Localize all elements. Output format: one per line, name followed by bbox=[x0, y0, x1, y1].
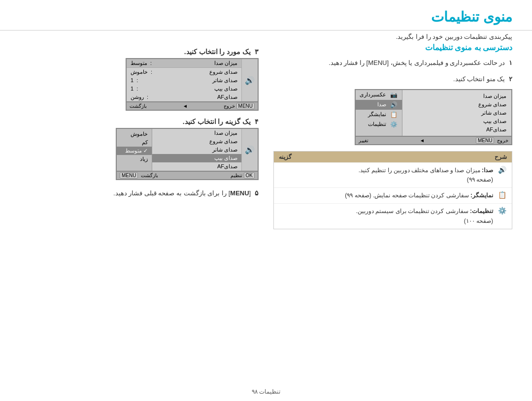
menu2-row: صدایAF: روشن bbox=[127, 93, 241, 101]
left-column: ۳ یک مورد را انتخاب کنید. 🔊 میزان صدا : … bbox=[20, 43, 259, 229]
menu-sidebar-item: صدای شاتر bbox=[402, 109, 511, 117]
main-menu-icons: 📷 عکسبرداری 🔊 صدا 📋 نمایشگر ⚙️ تنظیمات bbox=[356, 90, 402, 136]
menu2-footer-exit: MENU خروج bbox=[224, 103, 255, 109]
info-table-header: شرح گزینه bbox=[274, 152, 512, 162]
camera-icon: 📷 bbox=[389, 92, 398, 98]
menu2-row: صدای بیپ: 1 bbox=[127, 85, 241, 93]
settings-icon: ⚙️ bbox=[389, 121, 398, 128]
right-column: دسترسی به منوی تنظیمات ۱ در حالت عکسبردا… bbox=[273, 43, 512, 229]
menu2-icon-col: 🔊 bbox=[241, 59, 258, 101]
step-5-label: ۵ [MENU] را برای بازگشت به صفحه قبلی فشا… bbox=[20, 189, 259, 197]
menu-main-item-selected: 🔊 صدا bbox=[356, 100, 402, 110]
menu2-row: صدای شاتر: 1 bbox=[127, 76, 241, 85]
info-row-sound: 🔊 صدا: میزان صدا و صداهای مختلف دوربین ر… bbox=[274, 162, 512, 187]
menu-footer-change: تغییر bbox=[359, 138, 368, 143]
right-menu-area: میزان صدا صدای شروع صدای شاتر صدای بیپ ص… bbox=[273, 89, 512, 145]
menu3-footer-ok: OK تنظیم bbox=[231, 173, 255, 178]
menu3-option: زیاد bbox=[117, 155, 152, 163]
menu2-row: صدای شروع: خاموش bbox=[127, 68, 241, 76]
display-info-icon: 📋 bbox=[497, 191, 507, 199]
step-2-text: ۲ یک منو انتخاب کنید. bbox=[273, 73, 512, 85]
menu2-footer-back: بازگشت bbox=[130, 103, 147, 109]
menu3-options: خاموش کم ✓ متوسط زیاد bbox=[117, 129, 152, 171]
display-icon: 📋 bbox=[389, 111, 398, 118]
menu3-footer-back: بازگشت MENU bbox=[120, 173, 158, 178]
menu-sidebar: میزان صدا صدای شروع صدای شاتر صدای بیپ ص… bbox=[402, 90, 511, 136]
step-1-text: ۱ در حالت عکسبرداری و فیلمبرداری یا پخش،… bbox=[273, 57, 512, 68]
sound-info-icon: 🔊 bbox=[497, 166, 507, 174]
info-row-display: 📋 نمایشگر: سفارشی کردن تنظیمات صفحه نمای… bbox=[274, 187, 512, 203]
menu-main-item: 📋 نمایشگر bbox=[356, 110, 402, 120]
info-table: شرح گزینه 🔊 صدا: میزان صدا و صداهای مختل… bbox=[273, 151, 512, 229]
menu-sidebar-item: میزان صدا bbox=[402, 92, 511, 100]
menu2-footer-arrow: ◄ bbox=[183, 103, 188, 109]
main-columns: دسترسی به منوی تنظیمات ۱ در حالت عکسبردا… bbox=[0, 40, 532, 232]
menu3-items: میزان صدا صدای شروع صدای شاتر صدای بیپ ص… bbox=[152, 129, 241, 171]
speaker-icon3: 🔊 bbox=[245, 145, 255, 154]
speaker-icon2: 🔊 bbox=[245, 76, 255, 85]
page-footer: تنظیمات ۹۸ bbox=[0, 388, 532, 395]
menu3-option: کم bbox=[117, 138, 152, 147]
menu3-row: صدای شاتر bbox=[152, 146, 241, 154]
step-3-label: ۳ یک مورد را انتخاب کنید. bbox=[20, 48, 259, 56]
sound-icon: 🔊 bbox=[389, 101, 398, 108]
menu3-footer: OK تنظیم بازگشت MENU bbox=[116, 172, 259, 180]
menu-footer-arrow: ◄ bbox=[420, 138, 425, 143]
info-header-description: شرح bbox=[495, 154, 507, 160]
menu-footer: خروج MENU ◄ تغییر bbox=[355, 137, 512, 145]
menu3-container: 🔊 میزان صدا صدای شروع صدای شاتر صدای بیپ… bbox=[20, 128, 259, 180]
menu2-footer: MENU خروج ◄ بازگشت bbox=[126, 102, 259, 111]
menu3-row: میزان صدا bbox=[152, 129, 241, 137]
menu-sidebar-item: صدایAF bbox=[402, 125, 511, 134]
page-description: پیکربندی تنظیمات دوربین خود را فرا بگیری… bbox=[0, 31, 532, 40]
step-4-label: ۴ یک گزینه را انتخاب کنید. bbox=[20, 118, 259, 125]
menu2-header-row: میزان صدا : متوسط bbox=[127, 59, 241, 68]
menu-sidebar-item: صدای شروع bbox=[402, 100, 511, 109]
menu3-icon-col: 🔊 bbox=[241, 129, 258, 171]
info-header-option: گزینه bbox=[279, 154, 292, 160]
menu-main-item: 📷 عکسبرداری bbox=[356, 90, 402, 100]
menu3-row-selected: صدای بیپ bbox=[152, 154, 241, 162]
menu3-option-selected: ✓ متوسط bbox=[117, 147, 152, 155]
page-title: منوی تنظیمات bbox=[20, 9, 512, 25]
settings-info-icon: ⚙️ bbox=[497, 207, 507, 215]
menu-sidebar-item: صدای بیپ bbox=[402, 117, 511, 125]
menu3-row: صدای شروع bbox=[152, 137, 241, 146]
menu3-row: صدایAF bbox=[152, 162, 241, 171]
menu2-items: میزان صدا : متوسط صدای شروع: خاموش صدای … bbox=[127, 59, 241, 101]
menu-main-item: ⚙️ تنظیمات bbox=[356, 120, 402, 129]
menu2-container: 🔊 میزان صدا : متوسط صدای شروع: خاموش صدا… bbox=[20, 58, 259, 111]
info-row-settings: ⚙️ تنظیمات: سفارشی کردن تنظیمات برای سیس… bbox=[274, 203, 512, 228]
page-title-area: منوی تنظیمات bbox=[0, 0, 532, 31]
menu-footer-exit: خروج MENU bbox=[476, 138, 508, 143]
menu3-option: خاموش bbox=[117, 130, 152, 138]
section-heading: دسترسی به منوی تنظیمات bbox=[273, 43, 512, 52]
